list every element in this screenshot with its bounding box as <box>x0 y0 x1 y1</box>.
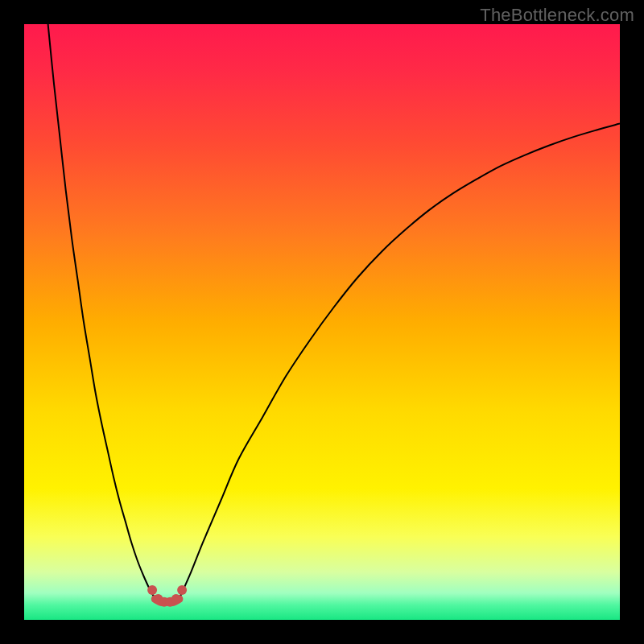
watermark-text: TheBottleneck.com <box>480 5 634 26</box>
plot-area <box>24 24 620 620</box>
trough-marker <box>177 585 187 595</box>
bottleneck-curve <box>24 24 620 620</box>
curve-right-branch <box>179 124 620 600</box>
curve-left-branch <box>48 24 155 599</box>
trough-marker <box>171 594 181 604</box>
trough-marker <box>147 585 157 595</box>
chart-frame: TheBottleneck.com <box>0 0 644 644</box>
